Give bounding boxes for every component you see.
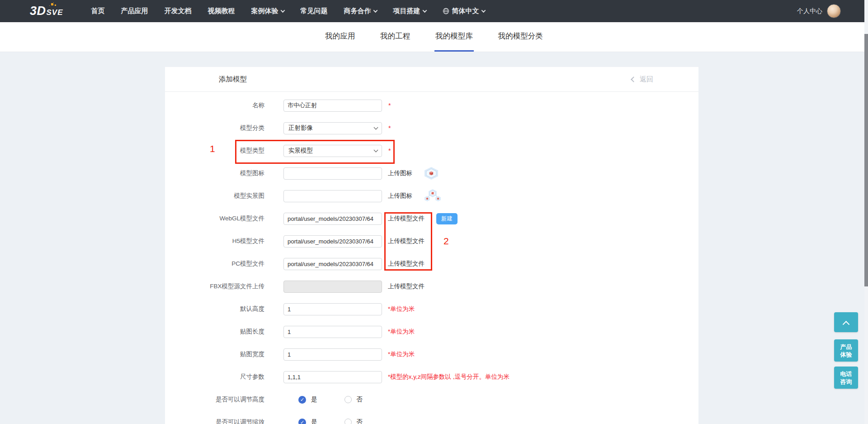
workspace-tabs: 我的应用 我的工程 我的模型库 我的模型分类 bbox=[0, 22, 868, 52]
form-row-webgl-file: WebGL模型文件 上传模型文件 新建 bbox=[165, 207, 698, 230]
button-label-line: 电话 bbox=[834, 370, 858, 378]
annotation-number-2: 2 bbox=[443, 236, 449, 247]
upload-model-file-link[interactable]: 上传模型文件 bbox=[388, 237, 425, 245]
add-model-panel: 添加模型 返回 名称 * 模型分类 正射影像 * 模型类型 bbox=[165, 67, 698, 424]
field-label: 模型分类 bbox=[165, 124, 264, 132]
page-scrollbar[interactable] bbox=[864, 0, 868, 424]
user-center-link[interactable]: 个人中心 bbox=[797, 7, 822, 15]
form-row-model-photo: 模型实景图 上传图标 bbox=[165, 185, 698, 207]
form-row-adjust-scale: 是否可以调节缩放 ✓ 是 否 bbox=[165, 411, 698, 424]
model-icon-input[interactable] bbox=[283, 167, 382, 180]
upload-model-file-link[interactable]: 上传模型文件 bbox=[388, 260, 425, 268]
scrollbar-thumb[interactable] bbox=[864, 34, 868, 286]
button-label-line: 咨询 bbox=[834, 378, 858, 386]
back-to-top-button[interactable] bbox=[834, 312, 858, 332]
radio-no-unchecked[interactable] bbox=[344, 396, 352, 403]
nav-item-project-build[interactable]: 项目搭建 bbox=[393, 7, 426, 15]
model-category-select[interactable]: 正射影像 bbox=[283, 122, 382, 134]
required-asterisk: * bbox=[388, 147, 391, 154]
button-label-line: 体验 bbox=[834, 351, 858, 358]
size-params-note: *模型的x,y,z间隔参数以 ,逗号分开。单位为米 bbox=[388, 373, 509, 381]
form-row-name: 名称 * bbox=[165, 94, 698, 117]
unit-note: *单位为米 bbox=[388, 350, 415, 358]
chevron-down-icon bbox=[374, 125, 378, 129]
phone-consult-button[interactable]: 电话 咨询 bbox=[834, 367, 858, 389]
top-navbar: 3D SVE 首页 产品应用 开发文档 视频教程 案例体验 常见问题 商务合作 … bbox=[0, 0, 864, 22]
field-label: H5模型文件 bbox=[165, 237, 264, 245]
radio-no-unchecked[interactable] bbox=[344, 419, 352, 424]
webgl-file-input[interactable] bbox=[283, 213, 382, 225]
radio-yes-label: 是 bbox=[311, 395, 317, 404]
chevron-down-icon bbox=[374, 148, 378, 152]
h5-file-input[interactable] bbox=[283, 235, 382, 248]
nav-item-dev-docs[interactable]: 开发文档 bbox=[165, 7, 192, 15]
size-params-input[interactable] bbox=[283, 371, 382, 383]
logo[interactable]: 3D SVE bbox=[30, 4, 63, 18]
model-type-select[interactable]: 实景模型 bbox=[283, 145, 382, 157]
tab-label: 我的应用 bbox=[325, 31, 355, 41]
upload-model-file-link[interactable]: 上传模型文件 bbox=[388, 282, 425, 291]
form-row-texture-width: 贴图宽度 *单位为米 bbox=[165, 343, 698, 366]
model-photo-input[interactable] bbox=[283, 190, 382, 202]
nav-item-label: 首页 bbox=[91, 7, 105, 15]
back-button[interactable]: 返回 bbox=[632, 75, 653, 84]
fbx-file-input bbox=[283, 281, 382, 293]
nav-item-label: 项目搭建 bbox=[393, 7, 420, 15]
tab-my-projects[interactable]: 我的工程 bbox=[379, 22, 411, 52]
field-label: 是否可以调节缩放 bbox=[165, 418, 264, 424]
page-title: 添加模型 bbox=[219, 75, 247, 84]
upload-icon-link[interactable]: 上传图标 bbox=[388, 169, 412, 177]
navbar-user-area: 个人中心 bbox=[797, 4, 841, 18]
field-label: FBX模型源文件上传 bbox=[165, 282, 264, 291]
cube-cluster-icon bbox=[424, 189, 442, 203]
nav-item-language[interactable]: 简体中文 bbox=[443, 7, 485, 15]
upload-icon-link[interactable]: 上传图标 bbox=[388, 192, 412, 200]
logo-text-3d: 3D bbox=[30, 4, 46, 18]
radio-no-label: 否 bbox=[357, 418, 363, 424]
radio-yes-checked[interactable]: ✓ bbox=[298, 419, 306, 424]
form-row-default-height: 默认高度 *单位为米 bbox=[165, 298, 698, 320]
nav-item-business-cooperation[interactable]: 商务合作 bbox=[344, 7, 377, 15]
tab-my-model-categories[interactable]: 我的模型分类 bbox=[497, 22, 544, 52]
user-avatar[interactable] bbox=[827, 4, 841, 18]
required-asterisk: * bbox=[388, 102, 391, 109]
tab-my-model-library[interactable]: 我的模型库 bbox=[434, 22, 474, 52]
unit-note: *单位为米 bbox=[388, 305, 415, 313]
nav-item-label: 简体中文 bbox=[452, 7, 479, 15]
chevron-down-icon bbox=[481, 8, 486, 13]
texture-width-input[interactable] bbox=[283, 348, 382, 361]
field-label: 名称 bbox=[165, 101, 264, 110]
nav-item-home[interactable]: 首页 bbox=[91, 7, 105, 15]
new-button[interactable]: 新建 bbox=[436, 213, 458, 224]
name-input[interactable] bbox=[283, 100, 382, 112]
form-row-model-category: 模型分类 正射影像 * bbox=[165, 117, 698, 139]
field-label: 是否可以调节高度 bbox=[165, 395, 264, 404]
nav-item-products[interactable]: 产品应用 bbox=[121, 7, 148, 15]
nav-item-label: 常见问题 bbox=[301, 7, 328, 15]
form-row-h5-file: H5模型文件 上传模型文件 bbox=[165, 230, 698, 252]
radio-yes-checked[interactable]: ✓ bbox=[298, 396, 306, 404]
nav-item-label: 开发文档 bbox=[165, 7, 192, 15]
form-row-pc-file: PC模型文件 上传模型文件 bbox=[165, 252, 698, 275]
default-height-input[interactable] bbox=[283, 303, 382, 315]
pc-file-input[interactable] bbox=[283, 258, 382, 270]
annotation-number-1: 1 bbox=[210, 143, 215, 154]
field-label: PC模型文件 bbox=[165, 260, 264, 268]
selected-option: 正射影像 bbox=[288, 124, 313, 132]
nav-item-faq[interactable]: 常见问题 bbox=[301, 7, 328, 15]
field-label: WebGL模型文件 bbox=[165, 214, 264, 223]
button-label-line: 产品 bbox=[834, 343, 858, 351]
chevron-down-icon bbox=[422, 8, 427, 13]
upload-model-file-link[interactable]: 上传模型文件 bbox=[388, 214, 425, 223]
main-nav: 首页 产品应用 开发文档 视频教程 案例体验 常见问题 商务合作 项目搭建 bbox=[91, 7, 485, 15]
nav-item-video-tutorials[interactable]: 视频教程 bbox=[208, 7, 235, 15]
texture-length-input[interactable] bbox=[283, 326, 382, 338]
add-model-form: 名称 * 模型分类 正射影像 * 模型类型 实景模型 bbox=[165, 92, 698, 424]
nav-item-case-experience[interactable]: 案例体验 bbox=[251, 7, 284, 15]
field-label: 默认高度 bbox=[165, 305, 264, 313]
required-asterisk: * bbox=[388, 124, 391, 132]
chevron-left-icon bbox=[631, 76, 637, 82]
tab-my-applications[interactable]: 我的应用 bbox=[324, 22, 356, 52]
field-label: 模型实景图 bbox=[165, 192, 264, 200]
product-experience-button[interactable]: 产品 体验 bbox=[834, 339, 858, 362]
